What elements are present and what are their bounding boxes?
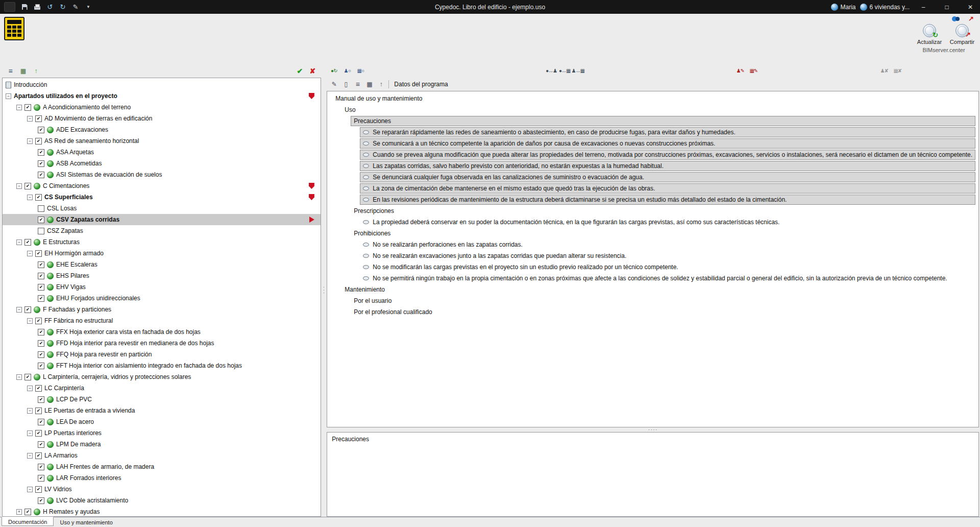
- tree-item[interactable]: ✔LAR Forrados interiores: [3, 472, 321, 484]
- content-section[interactable]: Prescripciones: [327, 205, 978, 217]
- item-checkbox[interactable]: ✔: [38, 284, 44, 291]
- content-item[interactable]: No se realizarán perforaciones en las za…: [327, 239, 978, 250]
- copy-use-icon[interactable]: ●↔♟: [546, 66, 556, 76]
- item-checkbox[interactable]: ✔: [38, 340, 44, 347]
- content-section[interactable]: Mantenimiento: [327, 284, 978, 295]
- chapters-icon[interactable]: ≡: [6, 67, 15, 76]
- close-button[interactable]: ✕: [961, 0, 980, 14]
- copy-maintenance-icon[interactable]: ●↔▦: [559, 66, 570, 76]
- tree-item[interactable]: CSZ Zapatas: [3, 225, 321, 236]
- tree-item[interactable]: −✔LA Armarios: [3, 450, 321, 461]
- tree-item[interactable]: −✔LP Puertas interiores: [3, 427, 321, 439]
- export-icon[interactable]: ↑: [32, 67, 40, 76]
- content-item[interactable]: Se comunicará a un técnico competente la…: [327, 138, 978, 149]
- content-item[interactable]: La zona de cimentación debe mantenerse e…: [327, 183, 978, 194]
- content-section[interactable]: Por el profesional cualificado: [327, 306, 978, 318]
- collapse-icon[interactable]: −: [16, 374, 22, 380]
- item-checkbox[interactable]: ✔: [35, 452, 42, 459]
- tree-item[interactable]: ✔ADE Excavaciones: [3, 124, 321, 135]
- collapse-icon[interactable]: −: [27, 487, 33, 492]
- tree-item[interactable]: −✔AS Red de saneamiento horizontal: [3, 135, 321, 147]
- collapse-icon[interactable]: −: [16, 183, 22, 189]
- app-menu-button[interactable]: [4, 2, 15, 12]
- collapse-icon[interactable]: −: [27, 430, 33, 436]
- menu-down-icon[interactable]: ▼: [84, 3, 92, 11]
- datos-programa-tab[interactable]: Datos del programa: [392, 81, 448, 88]
- tree-item[interactable]: −✔E Estructuras: [3, 236, 321, 248]
- content-section[interactable]: Prohibiciones: [327, 228, 978, 239]
- collapse-icon[interactable]: −: [27, 116, 33, 122]
- content-item[interactable]: Se repararán rápidamente las redes de sa…: [327, 127, 978, 138]
- tree-item[interactable]: ✔EHU Forjados unidireccionales: [3, 293, 321, 304]
- content-item[interactable]: Se denunciará cualquier fuga observada e…: [327, 172, 978, 183]
- content-item[interactable]: No se permitirá ningún trabajo en la pro…: [327, 273, 978, 284]
- edit-maintenance-icon[interactable]: ▦✎: [748, 66, 758, 76]
- item-checkbox[interactable]: [38, 205, 44, 212]
- content-item[interactable]: En las revisiones periódicas de mantenim…: [327, 194, 978, 205]
- tree-item[interactable]: −✔L Carpintería, cerrajería, vidrios y p…: [3, 371, 321, 382]
- item-checkbox[interactable]: ✔: [24, 509, 31, 515]
- item-checkbox[interactable]: ✔: [35, 115, 42, 122]
- collapse-icon[interactable]: −: [27, 453, 33, 459]
- item-checkbox[interactable]: [38, 228, 44, 234]
- item-checkbox[interactable]: ✔: [38, 172, 44, 178]
- item-checkbox[interactable]: ✔: [38, 160, 44, 167]
- bimserver-small-icon[interactable]: [952, 16, 960, 22]
- collapse-icon[interactable]: −: [6, 93, 11, 99]
- tree-item[interactable]: ✔ASI Sistemas de evacuación de suelos: [3, 169, 321, 180]
- item-checkbox[interactable]: ✔: [38, 329, 44, 336]
- item-checkbox[interactable]: ✔: [35, 486, 42, 493]
- accept-icon[interactable]: ✔: [296, 67, 304, 76]
- tree-item[interactable]: ✔LCP De PVC: [3, 394, 321, 405]
- tree-item[interactable]: −✔EH Hormigón armado: [3, 248, 321, 259]
- item-checkbox[interactable]: ✔: [35, 408, 42, 414]
- tree-item[interactable]: ✔CSV Zapatas corridas: [3, 214, 321, 225]
- content-section[interactable]: Por el usuario: [327, 295, 978, 306]
- save-icon[interactable]: [20, 3, 29, 11]
- item-checkbox[interactable]: ✔: [35, 194, 42, 201]
- tree-item[interactable]: ✔FFD Hoja interior para revestir en medi…: [3, 338, 321, 349]
- tree-item[interactable]: ✔LAH Frentes de armario, de madera: [3, 461, 321, 472]
- item-checkbox[interactable]: ✔: [38, 419, 44, 425]
- sync-element-icon[interactable]: ●↻: [329, 66, 339, 76]
- collapse-icon[interactable]: −: [27, 138, 33, 144]
- export-icon[interactable]: ↑: [377, 80, 385, 89]
- pen-config-icon[interactable]: ✎: [71, 3, 80, 11]
- item-checkbox[interactable]: ✔: [38, 441, 44, 448]
- item-checkbox[interactable]: ✔: [38, 363, 44, 369]
- item-checkbox[interactable]: ✔: [24, 183, 31, 189]
- item-checkbox[interactable]: ✔: [38, 149, 44, 156]
- tree-item[interactable]: CSL Losas: [3, 203, 321, 214]
- content-item[interactable]: No se realizarán excavaciones junto a la…: [327, 250, 978, 261]
- content-item[interactable]: Las zapatas corridas, salvo haberlo prev…: [327, 160, 978, 172]
- tree-item[interactable]: Introducción: [3, 79, 321, 90]
- maximize-button[interactable]: □: [937, 0, 957, 14]
- compartir-button[interactable]: Compartir: [948, 24, 976, 45]
- actualizar-button[interactable]: Actualizar: [916, 24, 943, 45]
- undo-icon[interactable]: ↺: [46, 3, 54, 11]
- document-icon[interactable]: ▯: [341, 80, 350, 89]
- content-item[interactable]: Cuando se prevea alguna modificación que…: [327, 149, 978, 160]
- item-checkbox[interactable]: ✔: [38, 127, 44, 133]
- item-checkbox[interactable]: ✔: [38, 464, 44, 470]
- tree-item[interactable]: ✔FFT Hoja interior con aislamiento integ…: [3, 360, 321, 371]
- cancel-icon[interactable]: ✘: [308, 67, 317, 76]
- images-icon[interactable]: ▦: [365, 80, 374, 89]
- tree-item[interactable]: ✔FFX Hoja exterior cara vista en fachada…: [3, 326, 321, 338]
- edit-icon[interactable]: ✎: [330, 80, 338, 89]
- item-checkbox[interactable]: ✔: [35, 250, 42, 257]
- tree-item[interactable]: ✔EHE Escaleras: [3, 259, 321, 270]
- tree-item[interactable]: ✔LPM De madera: [3, 439, 321, 450]
- tree-item[interactable]: −Apartados utilizados en el proyecto: [3, 90, 321, 102]
- item-checkbox[interactable]: ✔: [38, 497, 44, 504]
- item-checkbox[interactable]: ✔: [38, 261, 44, 268]
- tree-item[interactable]: ✔LVC Doble acristalamiento: [3, 495, 321, 506]
- redo-icon[interactable]: ↻: [59, 3, 67, 11]
- tree-item[interactable]: ✔EHS Pilares: [3, 270, 321, 281]
- vertical-splitter[interactable]: ···: [321, 64, 327, 517]
- tab-documentaci-n[interactable]: Documentación: [2, 517, 54, 526]
- collapse-icon[interactable]: −: [27, 386, 33, 391]
- item-checkbox[interactable]: ✔: [24, 239, 31, 246]
- content-section[interactable]: Precauciones: [327, 115, 978, 127]
- collapse-icon[interactable]: −: [16, 239, 22, 245]
